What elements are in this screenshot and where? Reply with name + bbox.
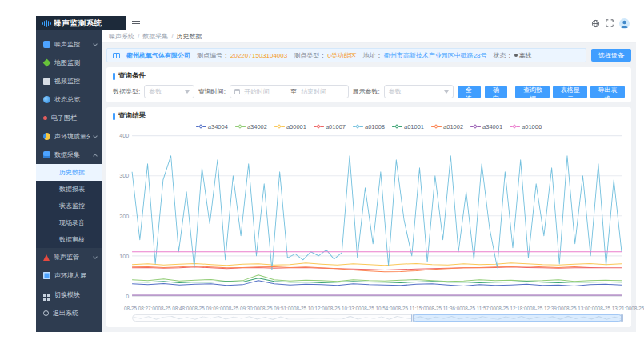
app-window: 噪声监控地图监测视频监控状态总览电子围栏声环境质量分析数据采集历史数据数据报表状… (36, 16, 636, 332)
datazoom-window[interactable] (412, 314, 622, 322)
x-axis-label: 08-25 13:42:00 (631, 306, 644, 311)
legend-item[interactable]: a01001 (392, 123, 424, 130)
sidebar-item[interactable]: 电子围栏 (36, 109, 102, 127)
legend-label: a01001 (404, 123, 424, 130)
date-range-input[interactable]: 开始时间 至 结束时间 (230, 85, 349, 98)
datazoom-left-handle[interactable] (411, 314, 414, 322)
breadcrumb-item[interactable]: 数据采集 (142, 32, 168, 41)
legend-item[interactable]: a01002 (431, 123, 463, 130)
station-field: 测点类型：0类功能区 (294, 51, 356, 60)
sidebar-item-label: 数据采集 (54, 150, 90, 159)
legend-marker-diamond (316, 124, 321, 129)
x-axis-label: 08-25 10:33:00 (327, 306, 361, 311)
sidebar-item[interactable]: 切换模块 (36, 286, 102, 304)
sidebar-item[interactable]: 视频监控 (36, 72, 102, 90)
range-separator-label: 至 (290, 87, 297, 96)
legend-marker-diamond (355, 124, 360, 129)
display-param-select[interactable]: 参数 (384, 85, 454, 98)
select-device-button[interactable]: 选择设备 (591, 49, 631, 62)
sidebar-item-label: 状态总览 (54, 95, 97, 104)
sidebar-item-label: 噪声监控 (54, 40, 90, 49)
grid-icon (43, 294, 46, 297)
sidebar-item[interactable]: 声环境质量分析 (36, 127, 102, 146)
station-field-label: 测点类型： (294, 51, 326, 60)
data-type-select[interactable]: 参数 (144, 85, 194, 98)
legend-marker-diamond (434, 124, 438, 129)
refresh-icon[interactable] (591, 19, 600, 28)
sidebar-item-label: 切换模块 (54, 290, 97, 299)
legend-item[interactable]: a34004 (196, 123, 228, 130)
navbar-right (591, 18, 630, 29)
fullscreen-icon[interactable] (606, 19, 614, 27)
end-time-placeholder: 结束时间 (301, 87, 343, 96)
station-field-value: 2022071503104003 (230, 52, 287, 59)
power-icon (43, 310, 49, 316)
query-action-button[interactable]: 表格显示 (553, 86, 587, 98)
breadcrumb-bar: 噪声系统/数据采集/历史数据 (102, 30, 636, 43)
legend-item[interactable]: a34002 (235, 123, 267, 130)
app-logo: 噪声监测系统 (36, 16, 126, 30)
sidebar-item-label: 声环境大屏 (54, 271, 97, 280)
x-axis-label: 08-25 13:21:00 (598, 306, 631, 311)
legend-item[interactable]: a01006 (510, 123, 542, 130)
legend-marker-icon (314, 124, 324, 130)
app-title: 噪声监测系统 (54, 18, 102, 29)
legend-label: a01006 (522, 123, 542, 130)
breadcrumb-item[interactable]: 噪声系统 (109, 32, 134, 41)
collapse-menu-icon[interactable] (132, 21, 140, 26)
x-axis-label: 08-25 11:15:00 (395, 306, 429, 311)
series-line-a01008 (132, 156, 622, 270)
fence-icon (43, 116, 47, 120)
station-field-label: 状态： (494, 51, 513, 60)
query-action-button[interactable]: 查询数据 (515, 86, 550, 98)
sidebar-item[interactable]: 退出系统 (36, 304, 102, 322)
datazoom-right-handle[interactable] (621, 314, 623, 322)
legend-label: a01007 (326, 123, 346, 130)
result-panel-title: 查询结果 (118, 111, 146, 121)
result-panel-header: 查询结果 (113, 111, 625, 121)
sidebar-subitem[interactable]: 数据审核 (36, 231, 102, 248)
legend-label: a34004 (208, 123, 228, 130)
y-axis-tick: 300 (119, 172, 129, 179)
station-field-label: 地址： (363, 51, 382, 60)
legend-marker-diamond (512, 124, 517, 129)
sidebar-subitem[interactable]: 现场录音 (36, 214, 102, 231)
chevron-down-icon (185, 90, 190, 94)
sidebar-item[interactable]: 噪声监管 (36, 248, 102, 266)
query-time-label: 查询时间: (198, 87, 226, 96)
sidebar-item[interactable]: 地图监测 (36, 54, 102, 72)
chart-canvas: 0100200300400 (113, 130, 625, 305)
query-action-button[interactable]: 导出表格 (590, 86, 625, 98)
chart-legend: a34004a34002a50001a01007a01008a01001a010… (113, 123, 625, 130)
station-row: 衢州杭氧气体有限公司 测点编号：2022071503104003测点类型：0类功… (106, 48, 631, 62)
user-avatar[interactable] (619, 18, 630, 29)
sidebar-item[interactable]: 数据采集 (36, 146, 102, 164)
x-axis-label: 08-25 09:30:00 (226, 306, 259, 311)
sidebar-subitem[interactable]: 历史数据 (36, 164, 102, 181)
datazoom-slider[interactable] (132, 314, 623, 322)
sidebar-item[interactable]: 状态总览 (36, 90, 102, 109)
sidebar-item[interactable]: 噪声监控 (36, 35, 102, 54)
station-field-value: 衢州市高新技术产业园区中砥路28号 (384, 51, 487, 60)
legend-marker-icon (274, 124, 285, 130)
query-panel: 查询条件 数据类型: 参数 查询时间: 开始时间 至 结束时间 展示参数: 参数 (106, 67, 631, 102)
status-dot-icon (514, 54, 518, 57)
top-navbar (126, 16, 636, 30)
select-all-button[interactable]: 全选 (458, 86, 481, 98)
legend-item[interactable]: a01008 (353, 123, 385, 130)
x-axis-label: 08-25 11:57:00 (462, 306, 496, 311)
legend-label: a01008 (365, 123, 385, 130)
warning-icon (43, 254, 50, 261)
legend-item[interactable]: a34001 (470, 123, 502, 130)
sidebar-menu: 噪声监控地图监测视频监控状态总览电子围栏声环境质量分析数据采集历史数据数据报表状… (36, 35, 102, 285)
sidebar-subitem[interactable]: 数据报表 (36, 181, 102, 198)
x-axis-labels: 08-25 08:27:0008-25 08:48:0008-25 09:09:… (113, 305, 625, 311)
y-axis-tick: 400 (119, 132, 129, 139)
data-type-label: 数据类型: (113, 87, 140, 96)
series-line-a34002 (132, 275, 622, 282)
confirm-button[interactable]: 确定 (485, 86, 508, 98)
legend-item[interactable]: a01007 (314, 123, 346, 130)
sidebar-subitem[interactable]: 状态监控 (36, 198, 102, 214)
station-fields: 测点编号：2022071503104003测点类型：0类功能区地址：衢州市高新技… (197, 51, 532, 60)
legend-item[interactable]: a50001 (274, 123, 306, 130)
